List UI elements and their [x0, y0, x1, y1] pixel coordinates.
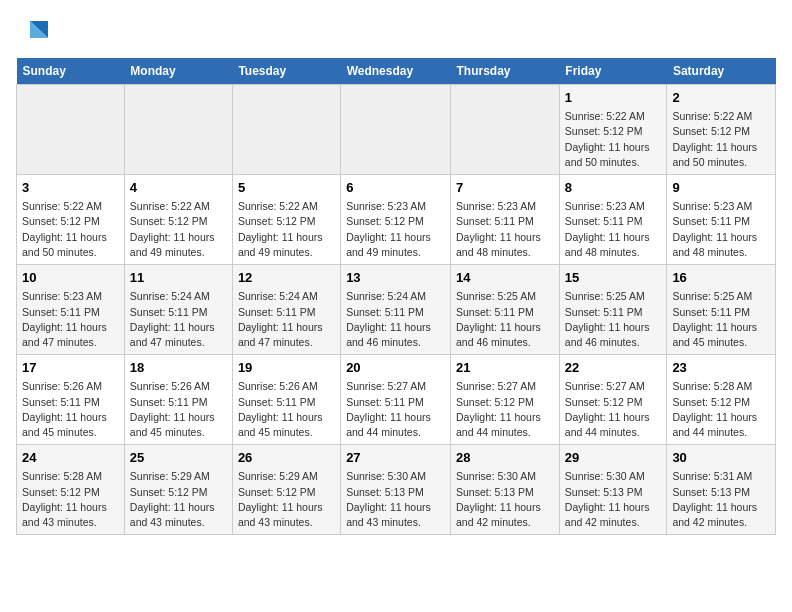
day-info: Sunrise: 5:24 AMSunset: 5:11 PMDaylight:… — [238, 289, 335, 350]
day-cell: 28Sunrise: 5:30 AMSunset: 5:13 PMDayligh… — [451, 445, 560, 535]
day-number: 20 — [346, 359, 445, 377]
header-day-saturday: Saturday — [667, 58, 776, 85]
header-day-tuesday: Tuesday — [232, 58, 340, 85]
day-number: 28 — [456, 449, 554, 467]
calendar-table: SundayMondayTuesdayWednesdayThursdayFrid… — [16, 58, 776, 535]
day-cell: 16Sunrise: 5:25 AMSunset: 5:11 PMDayligh… — [667, 265, 776, 355]
week-row-2: 3Sunrise: 5:22 AMSunset: 5:12 PMDaylight… — [17, 175, 776, 265]
day-number: 17 — [22, 359, 119, 377]
day-cell: 24Sunrise: 5:28 AMSunset: 5:12 PMDayligh… — [17, 445, 125, 535]
day-info: Sunrise: 5:22 AMSunset: 5:12 PMDaylight:… — [22, 199, 119, 260]
day-info: Sunrise: 5:27 AMSunset: 5:12 PMDaylight:… — [565, 379, 662, 440]
day-info: Sunrise: 5:22 AMSunset: 5:12 PMDaylight:… — [565, 109, 662, 170]
day-info: Sunrise: 5:25 AMSunset: 5:11 PMDaylight:… — [565, 289, 662, 350]
day-cell: 26Sunrise: 5:29 AMSunset: 5:12 PMDayligh… — [232, 445, 340, 535]
day-info: Sunrise: 5:29 AMSunset: 5:12 PMDaylight:… — [238, 469, 335, 530]
day-cell: 22Sunrise: 5:27 AMSunset: 5:12 PMDayligh… — [559, 355, 667, 445]
day-info: Sunrise: 5:31 AMSunset: 5:13 PMDaylight:… — [672, 469, 770, 530]
day-info: Sunrise: 5:22 AMSunset: 5:12 PMDaylight:… — [238, 199, 335, 260]
header-day-friday: Friday — [559, 58, 667, 85]
day-number: 22 — [565, 359, 662, 377]
day-info: Sunrise: 5:30 AMSunset: 5:13 PMDaylight:… — [456, 469, 554, 530]
day-number: 7 — [456, 179, 554, 197]
logo — [16, 16, 50, 46]
day-info: Sunrise: 5:28 AMSunset: 5:12 PMDaylight:… — [672, 379, 770, 440]
day-info: Sunrise: 5:23 AMSunset: 5:12 PMDaylight:… — [346, 199, 445, 260]
day-cell: 17Sunrise: 5:26 AMSunset: 5:11 PMDayligh… — [17, 355, 125, 445]
header-day-sunday: Sunday — [17, 58, 125, 85]
day-info: Sunrise: 5:23 AMSunset: 5:11 PMDaylight:… — [22, 289, 119, 350]
day-cell: 12Sunrise: 5:24 AMSunset: 5:11 PMDayligh… — [232, 265, 340, 355]
day-cell — [451, 85, 560, 175]
day-number: 6 — [346, 179, 445, 197]
day-cell: 10Sunrise: 5:23 AMSunset: 5:11 PMDayligh… — [17, 265, 125, 355]
day-info: Sunrise: 5:25 AMSunset: 5:11 PMDaylight:… — [672, 289, 770, 350]
day-info: Sunrise: 5:23 AMSunset: 5:11 PMDaylight:… — [565, 199, 662, 260]
day-cell — [341, 85, 451, 175]
day-cell: 18Sunrise: 5:26 AMSunset: 5:11 PMDayligh… — [124, 355, 232, 445]
day-cell: 19Sunrise: 5:26 AMSunset: 5:11 PMDayligh… — [232, 355, 340, 445]
day-cell: 15Sunrise: 5:25 AMSunset: 5:11 PMDayligh… — [559, 265, 667, 355]
day-number: 30 — [672, 449, 770, 467]
week-row-3: 10Sunrise: 5:23 AMSunset: 5:11 PMDayligh… — [17, 265, 776, 355]
day-cell: 2Sunrise: 5:22 AMSunset: 5:12 PMDaylight… — [667, 85, 776, 175]
day-cell: 5Sunrise: 5:22 AMSunset: 5:12 PMDaylight… — [232, 175, 340, 265]
day-cell: 1Sunrise: 5:22 AMSunset: 5:12 PMDaylight… — [559, 85, 667, 175]
day-cell: 27Sunrise: 5:30 AMSunset: 5:13 PMDayligh… — [341, 445, 451, 535]
day-info: Sunrise: 5:27 AMSunset: 5:11 PMDaylight:… — [346, 379, 445, 440]
day-cell: 23Sunrise: 5:28 AMSunset: 5:12 PMDayligh… — [667, 355, 776, 445]
day-number: 11 — [130, 269, 227, 287]
day-info: Sunrise: 5:24 AMSunset: 5:11 PMDaylight:… — [130, 289, 227, 350]
day-number: 25 — [130, 449, 227, 467]
day-info: Sunrise: 5:26 AMSunset: 5:11 PMDaylight:… — [22, 379, 119, 440]
day-info: Sunrise: 5:29 AMSunset: 5:12 PMDaylight:… — [130, 469, 227, 530]
day-number: 9 — [672, 179, 770, 197]
day-cell: 3Sunrise: 5:22 AMSunset: 5:12 PMDaylight… — [17, 175, 125, 265]
header-day-thursday: Thursday — [451, 58, 560, 85]
day-cell — [17, 85, 125, 175]
day-number: 3 — [22, 179, 119, 197]
day-info: Sunrise: 5:27 AMSunset: 5:12 PMDaylight:… — [456, 379, 554, 440]
day-info: Sunrise: 5:28 AMSunset: 5:12 PMDaylight:… — [22, 469, 119, 530]
day-cell: 25Sunrise: 5:29 AMSunset: 5:12 PMDayligh… — [124, 445, 232, 535]
day-number: 2 — [672, 89, 770, 107]
header-row: SundayMondayTuesdayWednesdayThursdayFrid… — [17, 58, 776, 85]
day-cell: 4Sunrise: 5:22 AMSunset: 5:12 PMDaylight… — [124, 175, 232, 265]
day-number: 16 — [672, 269, 770, 287]
day-info: Sunrise: 5:22 AMSunset: 5:12 PMDaylight:… — [130, 199, 227, 260]
day-number: 19 — [238, 359, 335, 377]
day-number: 8 — [565, 179, 662, 197]
day-number: 27 — [346, 449, 445, 467]
day-number: 13 — [346, 269, 445, 287]
day-number: 10 — [22, 269, 119, 287]
day-info: Sunrise: 5:24 AMSunset: 5:11 PMDaylight:… — [346, 289, 445, 350]
header-day-wednesday: Wednesday — [341, 58, 451, 85]
day-cell — [232, 85, 340, 175]
day-cell: 9Sunrise: 5:23 AMSunset: 5:11 PMDaylight… — [667, 175, 776, 265]
logo-icon — [20, 16, 50, 46]
day-number: 21 — [456, 359, 554, 377]
day-info: Sunrise: 5:26 AMSunset: 5:11 PMDaylight:… — [238, 379, 335, 440]
week-row-4: 17Sunrise: 5:26 AMSunset: 5:11 PMDayligh… — [17, 355, 776, 445]
day-cell: 8Sunrise: 5:23 AMSunset: 5:11 PMDaylight… — [559, 175, 667, 265]
day-number: 1 — [565, 89, 662, 107]
week-row-5: 24Sunrise: 5:28 AMSunset: 5:12 PMDayligh… — [17, 445, 776, 535]
day-number: 26 — [238, 449, 335, 467]
day-number: 4 — [130, 179, 227, 197]
day-info: Sunrise: 5:26 AMSunset: 5:11 PMDaylight:… — [130, 379, 227, 440]
day-cell — [124, 85, 232, 175]
day-number: 5 — [238, 179, 335, 197]
day-cell: 29Sunrise: 5:30 AMSunset: 5:13 PMDayligh… — [559, 445, 667, 535]
day-number: 14 — [456, 269, 554, 287]
day-cell: 30Sunrise: 5:31 AMSunset: 5:13 PMDayligh… — [667, 445, 776, 535]
day-cell: 14Sunrise: 5:25 AMSunset: 5:11 PMDayligh… — [451, 265, 560, 355]
day-cell: 11Sunrise: 5:24 AMSunset: 5:11 PMDayligh… — [124, 265, 232, 355]
day-info: Sunrise: 5:25 AMSunset: 5:11 PMDaylight:… — [456, 289, 554, 350]
day-info: Sunrise: 5:23 AMSunset: 5:11 PMDaylight:… — [456, 199, 554, 260]
day-cell: 13Sunrise: 5:24 AMSunset: 5:11 PMDayligh… — [341, 265, 451, 355]
day-info: Sunrise: 5:23 AMSunset: 5:11 PMDaylight:… — [672, 199, 770, 260]
header-day-monday: Monday — [124, 58, 232, 85]
day-number: 29 — [565, 449, 662, 467]
day-info: Sunrise: 5:30 AMSunset: 5:13 PMDaylight:… — [565, 469, 662, 530]
day-info: Sunrise: 5:22 AMSunset: 5:12 PMDaylight:… — [672, 109, 770, 170]
